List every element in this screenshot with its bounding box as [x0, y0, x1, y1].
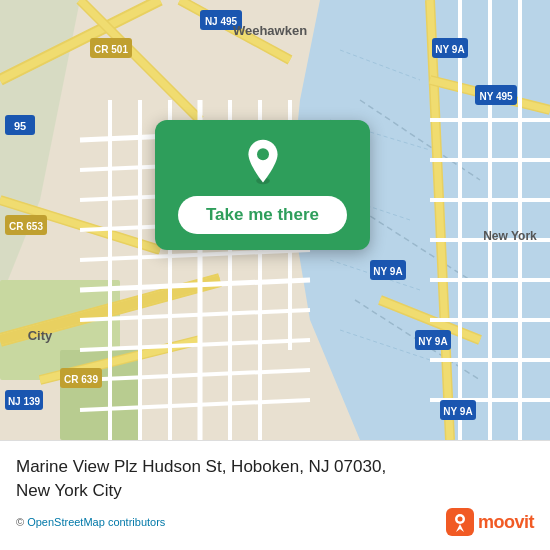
svg-text:95: 95	[14, 120, 26, 132]
svg-text:NY 9A: NY 9A	[443, 406, 472, 417]
osm-link[interactable]: OpenStreetMap contributors	[27, 516, 165, 528]
info-panel: Marine View Plz Hudson St, Hoboken, NJ 0…	[0, 440, 550, 550]
svg-text:Weehawken: Weehawken	[233, 23, 307, 38]
moovit-logo-icon	[446, 508, 474, 536]
svg-text:NY 9A: NY 9A	[435, 44, 464, 55]
svg-point-89	[457, 517, 462, 522]
svg-text:NY 495: NY 495	[479, 91, 513, 102]
svg-text:NJ 139: NJ 139	[8, 396, 41, 407]
action-card: Take me there	[155, 120, 370, 250]
svg-text:CR 653: CR 653	[9, 221, 43, 232]
svg-text:CR 501: CR 501	[94, 44, 128, 55]
address-line2: New York City	[16, 481, 122, 500]
svg-text:New York: New York	[483, 229, 537, 243]
osm-prefix: ©	[16, 516, 27, 528]
take-me-there-button[interactable]: Take me there	[178, 196, 347, 234]
svg-text:CR 639: CR 639	[64, 374, 98, 385]
moovit-logo: moovit	[446, 508, 534, 536]
moovit-brand-text: moovit	[478, 512, 534, 533]
map-area[interactable]: 95 NJ 139 CR 501 CR 653 CR 639 NJ 495 NY…	[0, 0, 550, 440]
svg-text:NY 9A: NY 9A	[418, 336, 447, 347]
address-line1: Marine View Plz Hudson St, Hoboken, NJ 0…	[16, 457, 386, 476]
svg-point-86	[257, 148, 269, 160]
location-pin-icon	[239, 138, 287, 186]
svg-text:City: City	[28, 328, 53, 343]
address-text: Marine View Plz Hudson St, Hoboken, NJ 0…	[16, 455, 534, 503]
osm-credit: © OpenStreetMap contributors	[16, 516, 165, 528]
svg-text:NY 9A: NY 9A	[373, 266, 402, 277]
